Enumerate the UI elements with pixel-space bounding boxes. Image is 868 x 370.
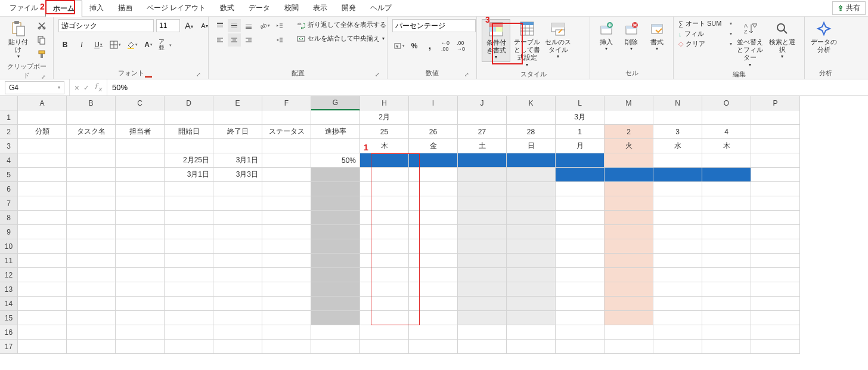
cell-F10[interactable] [262,239,311,254]
cell-I1[interactable] [409,110,458,125]
row-header-8[interactable]: 8 [0,211,18,225]
col-header-C[interactable]: C [116,96,165,110]
cell-K6[interactable] [507,182,556,196]
fill-color-button[interactable] [125,38,138,51]
cell-G2[interactable]: 進捗率 [311,125,360,139]
cell-I13[interactable] [409,282,458,297]
cell-D11[interactable] [165,254,213,268]
cell-L15[interactable] [556,311,604,325]
row-header-11[interactable]: 11 [0,254,18,268]
clipboard-launcher[interactable]: ⤢ [40,74,47,81]
insert-function-button[interactable]: fx [94,82,102,93]
cell-E1[interactable] [213,110,262,125]
cell-J3[interactable]: 土 [458,139,507,153]
spreadsheet-grid[interactable]: ABCDEFGHIJKLMNOP12月3月2分類タスク名担当者開始日終了日ステー… [0,96,868,354]
cell-I12[interactable] [409,268,458,282]
cell-J11[interactable] [458,254,507,268]
align-center-button[interactable] [228,33,241,47]
cell-G4[interactable]: 50% [311,153,360,168]
cell-P5[interactable] [751,168,800,182]
tab-file[interactable]: ファイル [2,1,45,16]
cell-L12[interactable] [556,268,604,282]
cell-N3[interactable]: 水 [653,139,702,153]
cell-H9[interactable] [360,225,409,239]
decrease-indent-button[interactable] [273,19,286,32]
cell-B14[interactable] [67,297,116,311]
comma-format-button[interactable]: , [423,39,436,53]
tab-help[interactable]: ヘルプ [363,1,399,16]
cell-E2[interactable]: 終了日 [213,125,262,139]
cell-J8[interactable] [458,211,507,225]
paste-button[interactable]: 貼り付け ▾ [5,19,32,61]
cell-G5[interactable] [311,168,360,182]
cell-I3[interactable]: 金 [409,139,458,153]
cell-P13[interactable] [751,282,800,297]
row-header-5[interactable]: 5 [0,168,18,182]
row-header-15[interactable]: 15 [0,311,18,325]
cell-I15[interactable] [409,311,458,325]
cell-B3[interactable] [67,139,116,153]
cell-I14[interactable] [409,297,458,311]
cell-J12[interactable] [458,268,507,282]
underline-button[interactable]: U [92,38,105,51]
cell-B5[interactable] [67,168,116,182]
cell-O4[interactable] [702,153,751,168]
cell-F5[interactable] [262,168,311,182]
orientation-button[interactable]: ab [258,19,271,32]
cell-D6[interactable] [165,182,213,196]
cell-K1[interactable] [507,110,556,125]
cell-F1[interactable] [262,110,311,125]
cell-I5[interactable] [409,168,458,182]
cell-G10[interactable] [311,239,360,254]
cell-K7[interactable] [507,196,556,211]
increase-indent-button[interactable] [273,33,286,47]
cell-G16[interactable] [311,325,360,340]
cell-M1[interactable] [604,110,653,125]
cell-M16[interactable] [604,325,653,340]
cell-C15[interactable] [116,311,165,325]
decrease-decimal-button[interactable]: .00→0 [454,39,467,53]
cell-G13[interactable] [311,282,360,297]
fill-button[interactable]: ↓フィル▾ [678,29,732,38]
cell-G8[interactable] [311,211,360,225]
cell-N7[interactable] [653,196,702,211]
cell-C7[interactable] [116,196,165,211]
cell-J14[interactable] [458,297,507,311]
cell-H10[interactable] [360,239,409,254]
insert-cells-button[interactable]: 挿入▾ [595,19,618,53]
cell-N13[interactable] [653,282,702,297]
tab-view[interactable]: 表示 [306,1,334,16]
cell-A1[interactable] [18,110,67,125]
tab-page-layout[interactable]: ページ レイアウト [140,1,213,16]
cell-C13[interactable] [116,282,165,297]
cell-A14[interactable] [18,297,67,311]
cell-C1[interactable] [116,110,165,125]
cell-O2[interactable]: 4 [702,125,751,139]
tab-home[interactable]: ホーム [45,1,82,17]
autosum-button[interactable]: ∑オート SUM▾ [678,19,732,28]
cell-N11[interactable] [653,254,702,268]
col-header-G[interactable]: G [311,96,360,110]
cell-P12[interactable] [751,268,800,282]
cell-I2[interactable]: 26 [409,125,458,139]
cell-P17[interactable] [751,340,800,354]
cell-J10[interactable] [458,239,507,254]
cell-B13[interactable] [67,282,116,297]
cell-A2[interactable]: 分類 [18,125,67,139]
cell-E16[interactable] [213,325,262,340]
row-header-14[interactable]: 14 [0,297,18,311]
increase-decimal-button[interactable]: ←0.00 [439,39,452,53]
cell-C6[interactable] [116,182,165,196]
cell-N8[interactable] [653,211,702,225]
cell-J2[interactable]: 27 [458,125,507,139]
cell-A5[interactable] [18,168,67,182]
cell-D12[interactable] [165,268,213,282]
cell-K3[interactable]: 日 [507,139,556,153]
cell-A10[interactable] [18,239,67,254]
row-header-17[interactable]: 17 [0,340,18,354]
cell-L9[interactable] [556,225,604,239]
cell-A6[interactable] [18,182,67,196]
cell-M6[interactable] [604,182,653,196]
cell-C4[interactable] [116,153,165,168]
cell-M15[interactable] [604,311,653,325]
